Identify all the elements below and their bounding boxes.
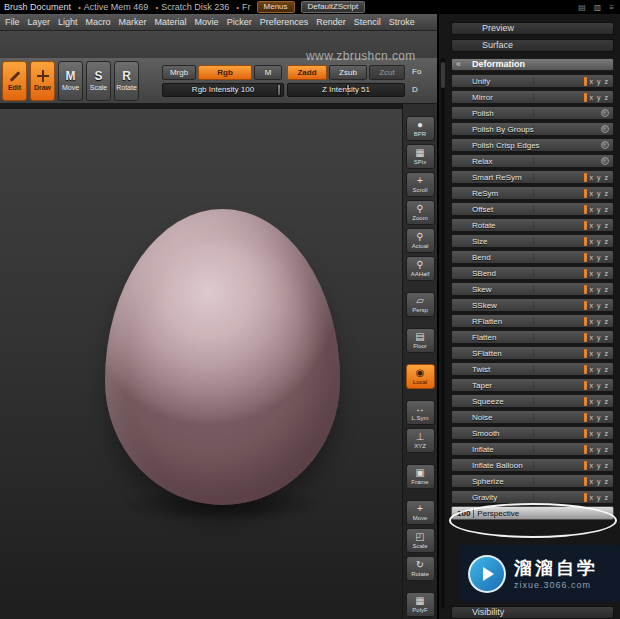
circle-toggle-icon[interactable] [601,157,609,165]
axis-toggles[interactable]: x y z [590,318,609,325]
deformation-slider-size[interactable]: Sizex y z [451,234,614,248]
axis-toggles[interactable]: x y z [590,174,609,181]
side-button-polyf[interactable]: ▦PolyF [406,592,435,617]
scale-button[interactable]: S Scale [86,61,111,101]
deformation-slider-skew[interactable]: Skewx y z [451,282,614,296]
draw-button[interactable]: Draw [30,61,55,101]
side-button-rotate[interactable]: ↻Rotate [406,556,435,581]
deformation-slider-rotate[interactable]: Rotatex y z [451,218,614,232]
side-button-bpr[interactable]: ●BPR [406,116,435,141]
deformation-slider-mirror[interactable]: Mirrorx y z [451,90,614,104]
menu-item-material[interactable]: Material [155,17,187,27]
section-deformation[interactable]: Deformation [451,58,614,71]
deformation-slider-inflate[interactable]: Inflatex y z [451,442,614,456]
side-button-xyz[interactable]: ⊥XYZ [406,428,435,453]
menu-item-file[interactable]: File [5,17,20,27]
side-button-local[interactable]: ◉Local [406,364,435,389]
side-button-zoom[interactable]: ⚲Zoom [406,200,435,225]
axis-toggles[interactable]: x y z [590,78,609,85]
tray-scrollbar[interactable] [441,58,445,609]
side-button-persp[interactable]: ▱Persp [406,292,435,317]
deformation-slider-offset[interactable]: Offsetx y z [451,202,614,216]
deformation-slider-relax[interactable]: Relax [451,154,614,168]
axis-toggles[interactable]: x y z [590,398,609,405]
rgb-button[interactable]: Rgb [198,65,252,80]
axis-toggles[interactable]: x y z [590,222,609,229]
deformation-slider-unify[interactable]: Unifyx y z [451,74,614,88]
axis-toggles[interactable]: x y z [590,190,609,197]
axis-toggles[interactable]: x y z [590,238,609,245]
zcut-button[interactable]: Zcut [369,65,405,80]
deformation-slider-squeeze[interactable]: Squeezex y z [451,394,614,408]
zscript-button[interactable]: DefaultZScript [301,1,366,13]
deformation-slider-taper[interactable]: Taperx y z [451,378,614,392]
axis-toggles[interactable]: x y z [590,286,609,293]
axis-toggles[interactable]: x y z [590,366,609,373]
axis-toggles[interactable]: x y z [590,270,609,277]
section-visibility[interactable]: Visibility [451,606,614,619]
axis-toggles[interactable]: x y z [590,254,609,261]
axis-toggles[interactable]: x y z [590,334,609,341]
deformation-slider-sbend[interactable]: SBendx y z [451,266,614,280]
deformation-slider-flatten[interactable]: Flattenx y z [451,330,614,344]
m-button[interactable]: M [254,65,282,80]
deformation-slider-inflate-balloon[interactable]: Inflate Balloonx y z [451,458,614,472]
menu-item-layer[interactable]: Layer [28,17,51,27]
axis-toggles[interactable]: x y z [590,350,609,357]
axis-toggles[interactable]: x y z [590,382,609,389]
z-intensity-slider[interactable]: Z Intensity 51 [287,83,405,97]
axis-toggles[interactable]: x y z [590,94,609,101]
side-button-floor[interactable]: ▤Floor [406,328,435,353]
deformation-slider-gravity[interactable]: Gravityx y z [451,490,614,504]
menus-button[interactable]: Menus [257,1,295,13]
deformation-slider-bend[interactable]: Bendx y z [451,250,614,264]
menu-item-movie[interactable]: Movie [195,17,219,27]
deformation-slider-polish-by-groups[interactable]: Polish By Groups [451,122,614,136]
axis-toggles[interactable]: x y z [590,494,609,501]
side-button-frame[interactable]: ▣Frame [406,464,435,489]
section-surface[interactable]: Surface [451,39,614,52]
deformation-slider-polish-crisp-edges[interactable]: Polish Crisp Edges [451,138,614,152]
deformation-slider-twist[interactable]: Twistx y z [451,362,614,376]
menu-item-stroke[interactable]: Stroke [389,17,415,27]
circle-toggle-icon[interactable] [601,109,609,117]
zadd-button[interactable]: Zadd [287,65,327,80]
menu-item-macro[interactable]: Macro [86,17,111,27]
deformation-slider-spherize[interactable]: Spherizex y z [451,474,614,488]
grid-icon[interactable]: ▥ [594,3,602,12]
sculpt-mesh[interactable] [105,209,340,505]
side-button-lsym[interactable]: ↔L.Sym [406,400,435,425]
side-button-actual[interactable]: ⚲Actual [406,228,435,253]
side-button-spix[interactable]: ▦SPix [406,144,435,169]
side-button-move[interactable]: +Move [406,500,435,525]
axis-toggles[interactable]: x y z [590,462,609,469]
panel-icon[interactable]: ▤ [578,3,586,12]
rgb-intensity-slider[interactable]: Rgb Intensity 100 [162,83,284,97]
menu-item-marker[interactable]: Marker [119,17,147,27]
menu-icon[interactable]: ≡ [609,3,614,12]
deformation-slider-sflatten[interactable]: SFlattenx y z [451,346,614,360]
axis-toggles[interactable]: x y z [590,302,609,309]
slider-cursor[interactable] [277,85,281,95]
circle-toggle-icon[interactable] [601,141,609,149]
deformation-slider-noise[interactable]: Noisex y z [451,410,614,424]
deformation-slider-rflatten[interactable]: RFlattenx y z [451,314,614,328]
axis-toggles[interactable]: x y z [590,430,609,437]
axis-toggles[interactable]: x y z [590,414,609,421]
axis-toggles[interactable]: x y z [590,206,609,213]
menu-item-render[interactable]: Render [316,17,346,27]
side-button-scale[interactable]: ◰Scale [406,528,435,553]
side-button-scroll[interactable]: +Scroll [406,172,435,197]
perspective-slider[interactable]: 100 Perspective [451,506,614,520]
rotate-button[interactable]: R Rotate [114,61,139,101]
edit-button[interactable]: Edit [2,61,27,101]
menu-item-picker[interactable]: Picker [227,17,252,27]
zsub-button[interactable]: Zsub [329,65,367,80]
deformation-slider-resym[interactable]: ReSymx y z [451,186,614,200]
menu-item-preferences[interactable]: Preferences [260,17,309,27]
menu-item-stencil[interactable]: Stencil [354,17,381,27]
axis-toggles[interactable]: x y z [590,446,609,453]
move-button[interactable]: M Move [58,61,83,101]
deformation-slider-sskew[interactable]: SSkewx y z [451,298,614,312]
deformation-slider-smart-resym[interactable]: Smart ReSymx y z [451,170,614,184]
